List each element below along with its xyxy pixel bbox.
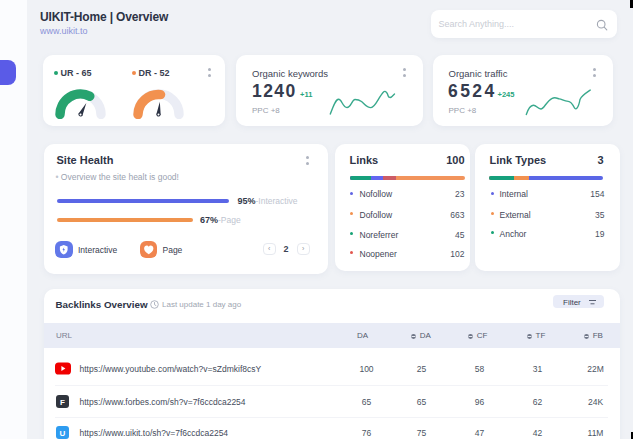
svg-text:U: U (60, 428, 66, 437)
svg-text:F: F (60, 397, 65, 406)
